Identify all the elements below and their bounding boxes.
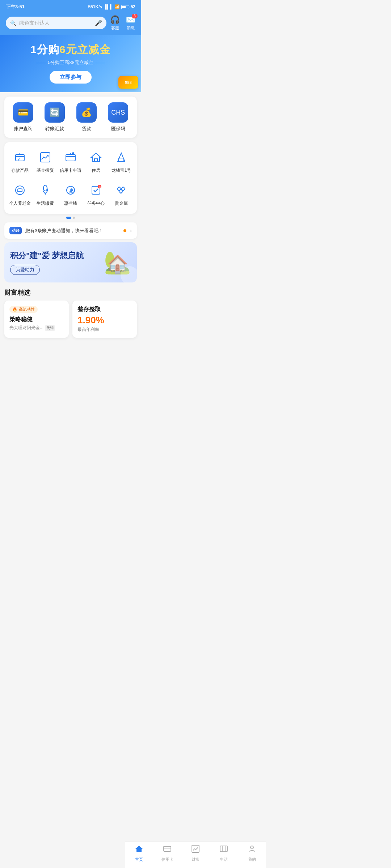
messages-button[interactable]: ✉️ 3 消息 <box>126 15 135 31</box>
medical-icon: CHS <box>108 102 128 123</box>
menu-pension[interactable]: 个人养老金 <box>7 179 33 209</box>
header: 🔍 绿色支付达人 🎤 🎧 客服 ✉️ 3 消息 <box>0 12 141 35</box>
tasks-label: 任务中心 <box>87 200 105 207</box>
quick-actions: 💳 账户查询 🔄 转账汇款 💰 贷款 CHS 医保码 <box>4 97 137 138</box>
menu-longqianbao[interactable]: 龙钱宝1号 <box>109 146 134 176</box>
messages-label: 消息 <box>127 25 135 31</box>
banner-button[interactable]: 立即参与 <box>50 71 92 84</box>
notification-bar[interactable]: 动账 您有3条账户变动通知，快来看看吧！ › <box>4 222 137 239</box>
wealth-card-2-rate: 1.90% <box>77 315 132 326</box>
promo-banner-top: 1分购6元立减金 5分购至高88元立减金 立即参与 ¥88 <box>0 35 141 92</box>
longqianbao-icon <box>113 149 129 165</box>
credit-apply-label: 信用卡申请 <box>60 167 81 174</box>
status-time: 下午3:51 <box>6 4 25 10</box>
menu-utilities[interactable]: 生活缴费 <box>33 179 58 209</box>
medical-label: 医保码 <box>111 125 125 132</box>
signal-icon: ▐▌▌ <box>104 4 113 9</box>
menu-tasks[interactable]: ★ 任务中心 <box>83 179 109 209</box>
promo-corner-decor <box>121 266 137 282</box>
wealth-card-1-name: 策略稳健 <box>9 316 64 323</box>
quick-action-loan[interactable]: 💰 贷款 <box>71 102 102 132</box>
menu-fund[interactable]: 基金投资 <box>33 146 58 176</box>
header-actions: 🎧 客服 ✉️ 3 消息 <box>110 15 135 31</box>
svg-text:+: + <box>72 153 73 155</box>
svg-text:★: ★ <box>99 186 101 188</box>
housing-icon <box>88 149 104 165</box>
svg-rect-21 <box>117 187 121 191</box>
menu-row-1: ¥ 存款产品 基金投资 + 信用卡申请 住房 <box>7 146 134 176</box>
account-icon: 💳 <box>13 102 33 123</box>
svg-rect-12 <box>119 158 124 162</box>
message-badge: 3 <box>132 14 138 18</box>
menu-row-2: 个人养老金 生活缴费 惠 惠省钱 ★ 任务中心 <box>7 179 134 209</box>
credit-apply-icon: + <box>63 149 79 165</box>
loan-icon: 💰 <box>76 102 97 123</box>
svg-point-15 <box>43 185 47 191</box>
mic-icon[interactable]: 🎤 <box>95 20 102 26</box>
deposit-label: 存款产品 <box>11 167 29 174</box>
wealth-card-1[interactable]: 🔥 高流动性 策略稳健 光大理财阳光金... 代销 <box>4 301 69 338</box>
pension-label: 个人养老金 <box>9 200 31 207</box>
notification-arrow: › <box>130 227 132 234</box>
dot-2 <box>73 217 75 219</box>
battery-level: 52 <box>131 4 135 9</box>
menu-grid: ¥ 存款产品 基金投资 + 信用卡申请 住房 <box>4 142 137 214</box>
longqianbao-label: 龙钱宝1号 <box>112 167 131 174</box>
dot-1 <box>66 217 71 219</box>
precious-label: 贵金属 <box>115 200 128 207</box>
svg-rect-4 <box>41 153 50 162</box>
menu-housing[interactable]: 住房 <box>83 146 109 176</box>
promo-button[interactable]: 为爱助力 <box>10 265 40 275</box>
customer-service-button[interactable]: 🎧 客服 <box>110 15 120 31</box>
menu-credit-apply[interactable]: + 信用卡申请 <box>58 146 83 176</box>
transfer-label: 转账汇款 <box>45 125 64 132</box>
battery-icon <box>121 5 129 9</box>
wealth-card-2-label: 最高年利率 <box>77 327 132 333</box>
utilities-label: 生活缴费 <box>37 200 54 207</box>
page-dots <box>0 217 141 219</box>
wealth-section: 财富精选 🔥 高流动性 策略稳健 光大理财阳光金... 代销 整存整取 1.90… <box>0 282 141 344</box>
notification-logo: 动账 <box>9 227 22 234</box>
wealth-cards: 🔥 高流动性 策略稳健 光大理财阳光金... 代销 整存整取 1.90% 最高年… <box>0 301 141 344</box>
savings-icon: 惠 <box>63 182 79 198</box>
banner-subtitle: 5分购至高88元立减金 <box>6 59 135 66</box>
svg-rect-5 <box>66 154 75 161</box>
notification-text: 您有3条账户变动通知，快来看看吧！ <box>25 227 120 234</box>
quick-action-medical[interactable]: CHS 医保码 <box>102 102 134 132</box>
savings-label: 惠省钱 <box>64 200 77 207</box>
notification-dot <box>123 229 126 232</box>
customer-service-label: 客服 <box>111 25 119 31</box>
svg-point-13 <box>16 186 24 195</box>
network-speed: 551K/s <box>88 4 102 9</box>
svg-text:¥: ¥ <box>17 158 20 161</box>
wealth-card-2[interactable]: 整存整取 1.90% 最高年利率 <box>72 301 137 338</box>
wealth-card-2-title: 整存整取 <box>77 306 132 313</box>
wifi-icon: 📶 <box>114 4 120 9</box>
promo-text-area: 积分"建"爱 梦想启航 为爱助力 <box>10 250 84 275</box>
promo-title: 积分"建"爱 梦想启航 <box>10 250 84 261</box>
search-placeholder: 绿色支付达人 <box>19 20 92 26</box>
menu-deposit[interactable]: ¥ 存款产品 <box>7 146 33 176</box>
pension-icon <box>12 182 28 198</box>
wealth-tag-1: 🔥 高流动性 <box>9 306 38 313</box>
precious-icon <box>113 182 129 198</box>
wealth-card-1-sub: 光大理财阳光金... 代销 <box>9 325 64 331</box>
menu-precious[interactable]: 贵金属 <box>109 179 134 209</box>
svg-rect-0 <box>16 154 24 161</box>
menu-savings[interactable]: 惠 惠省钱 <box>58 179 83 209</box>
deposit-icon: ¥ <box>12 149 28 165</box>
utilities-icon <box>37 182 53 198</box>
svg-rect-11 <box>94 159 97 162</box>
quick-action-transfer[interactable]: 🔄 转账汇款 <box>39 102 71 132</box>
account-label: 账户查询 <box>14 125 33 132</box>
quick-action-account[interactable]: 💳 账户查询 <box>7 102 39 132</box>
svg-text:惠: 惠 <box>69 188 74 193</box>
svg-marker-10 <box>91 153 101 162</box>
status-bar: 下午3:51 551K/s ▐▌▌ 📶 52 <box>0 0 141 12</box>
status-right: 551K/s ▐▌▌ 📶 52 <box>88 4 135 9</box>
promo-section[interactable]: 积分"建"爱 梦想启航 为爱助力 🏡 <box>4 242 137 282</box>
search-bar[interactable]: 🔍 绿色支付达人 🎤 <box>6 17 106 29</box>
wealth-card-1-badge: 代销 <box>45 325 55 331</box>
customer-service-icon: 🎧 <box>110 15 120 25</box>
loan-label: 贷款 <box>82 125 91 132</box>
